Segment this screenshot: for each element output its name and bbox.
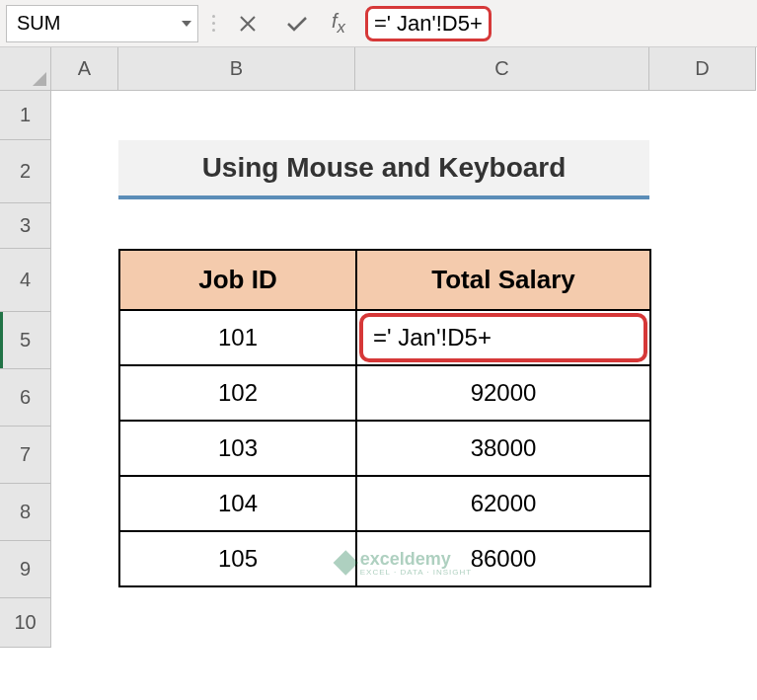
- row-header-5[interactable]: 5: [0, 312, 51, 369]
- cells-area[interactable]: Using Mouse and Keyboard Job ID Total Sa…: [51, 91, 757, 648]
- row-header-6[interactable]: 6: [0, 369, 51, 427]
- name-box-value: SUM: [17, 12, 60, 35]
- sheet-title: Using Mouse and Keyboard: [118, 140, 649, 199]
- cell-C7[interactable]: 38000: [356, 421, 650, 476]
- cell-B5[interactable]: 101: [119, 310, 356, 365]
- cell-C6[interactable]: 92000: [356, 365, 650, 421]
- row-header-3[interactable]: 3: [0, 203, 51, 249]
- row-header-1[interactable]: 1: [0, 91, 51, 140]
- row-header-10[interactable]: 10: [0, 598, 51, 648]
- table-row: 102 92000: [119, 365, 650, 421]
- editing-formula: =' Jan'!D5+: [359, 313, 647, 362]
- column-header-row: A B C D: [0, 47, 757, 91]
- sheet-body: 1 2 3 4 5 6 7 8 9 10 Using Mouse and Key…: [0, 91, 757, 648]
- row-header-2[interactable]: 2: [0, 140, 51, 203]
- confirm-formula-button[interactable]: [272, 5, 322, 42]
- table-row: 101 =' Jan'!D5+: [119, 310, 650, 365]
- data-table: Job ID Total Salary 101 =' Jan'!D5+ 102 …: [118, 249, 651, 587]
- col-header-B[interactable]: B: [118, 47, 355, 91]
- cell-B7[interactable]: 103: [119, 421, 356, 476]
- formula-bar: SUM fx =' Jan'!D5+: [0, 0, 757, 47]
- watermark-tagline: EXCEL · DATA · INSIGHT: [360, 568, 472, 577]
- table-row: 104 62000: [119, 476, 650, 531]
- watermark: exceldemy EXCEL · DATA · INSIGHT: [337, 549, 472, 577]
- col-header-C[interactable]: C: [355, 47, 649, 91]
- cell-C8[interactable]: 62000: [356, 476, 650, 531]
- cell-B9[interactable]: 105: [119, 531, 356, 586]
- row-header-8[interactable]: 8: [0, 484, 51, 541]
- header-total-salary[interactable]: Total Salary: [356, 250, 650, 310]
- row-header-7[interactable]: 7: [0, 427, 51, 484]
- cell-B6[interactable]: 102: [119, 365, 356, 421]
- table-row: 103 38000: [119, 421, 650, 476]
- col-header-D[interactable]: D: [649, 47, 756, 91]
- col-header-A[interactable]: A: [51, 47, 118, 91]
- row-headers: 1 2 3 4 5 6 7 8 9 10: [0, 91, 51, 648]
- fx-icon[interactable]: fx: [322, 10, 355, 38]
- name-box-dropdown-icon[interactable]: [182, 21, 191, 27]
- cell-B8[interactable]: 104: [119, 476, 356, 531]
- row-header-9[interactable]: 9: [0, 541, 51, 598]
- formula-bar-divider: [204, 15, 223, 32]
- row-header-4[interactable]: 4: [0, 249, 51, 312]
- formula-text: =' Jan'!D5+: [365, 6, 492, 41]
- table-header-row: Job ID Total Salary: [119, 250, 650, 310]
- watermark-logo-icon: [333, 550, 357, 575]
- cell-C5[interactable]: =' Jan'!D5+: [356, 310, 650, 365]
- watermark-brand: exceldemy: [360, 549, 451, 569]
- formula-input[interactable]: =' Jan'!D5+: [355, 5, 757, 42]
- header-job-id[interactable]: Job ID: [119, 250, 356, 310]
- select-all-corner[interactable]: [0, 47, 51, 91]
- name-box[interactable]: SUM: [6, 5, 198, 42]
- cancel-formula-button[interactable]: [223, 5, 272, 42]
